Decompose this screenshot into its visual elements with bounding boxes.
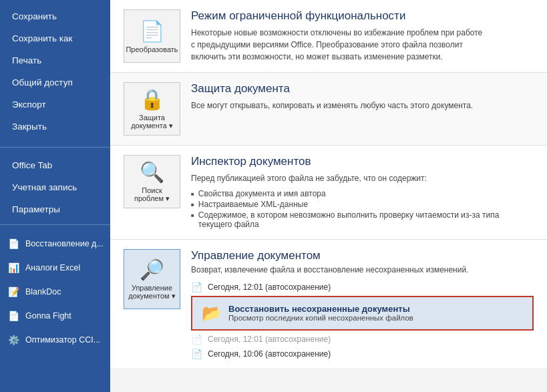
inspector-list-item-1: Свойства документа и имя автора	[191, 188, 534, 199]
recovery-icon: 📄	[7, 237, 20, 250]
inspector-text: Инспектор документов Перед публикацией э…	[191, 155, 534, 230]
optimizer-icon: ⚙️	[7, 333, 20, 347]
protect-button[interactable]: 🔒 Защита документа ▾	[124, 82, 180, 136]
sidebar-item-gonna-fight[interactable]: 📄 Gonna Fight	[0, 304, 110, 328]
manage-file-1[interactable]: 📄 Сегодня, 12:01 (автосохранение)	[191, 280, 534, 295]
sidebar-top-menu: Сохранить Сохранить как Печать Общий дос…	[0, 0, 110, 143]
sidebar-item-share[interactable]: Общий доступ	[0, 71, 110, 93]
sidebar-item-save[interactable]: Сохранить	[0, 5, 110, 27]
restore-popup-icon: 📂	[202, 304, 222, 323]
file-time-2: Сегодня, 12:01 (автосохранение)	[208, 335, 331, 344]
inspector-section: 🔍 Поиск проблем ▾ Инспектор документов П…	[110, 146, 547, 240]
manage-file-3[interactable]: 📄 Сегодня, 10:06 (автосохранение)	[191, 347, 534, 361]
file-time-1: Сегодня, 12:01 (автосохранение)	[208, 282, 331, 292]
manage-icon: 🔎	[140, 258, 164, 281]
inspector-title: Инспектор документов	[191, 155, 534, 168]
inspector-list-item-2: Настраиваемые XML-данные	[191, 199, 534, 210]
protection-title: Защита документа	[191, 82, 534, 95]
sidebar-addins-menu: 📄 Восстановление д... 📊 Аналоги Excel 📝 …	[0, 232, 110, 352]
protection-section: 🔒 Защита документа ▾ Защита документа Вс…	[110, 73, 547, 146]
sidebar-item-office-tab[interactable]: Office Tab	[0, 154, 110, 176]
manage-title: Управление документом	[191, 249, 534, 262]
restore-popup-text: Восстановить несохраненные документы Про…	[228, 304, 413, 322]
sidebar-mid-menu: Office Tab Учетная запись Параметры	[0, 154, 110, 220]
protection-text: Защита документа Все могут открывать, ко…	[191, 82, 534, 112]
sidebar-item-save-as[interactable]: Сохранить как	[0, 27, 110, 49]
word-convert-icon: 📄	[140, 19, 164, 43]
inspector-button[interactable]: 🔍 Поиск проблем ▾	[124, 155, 180, 208]
excel-analogs-icon: 📊	[7, 261, 20, 274]
convert-button[interactable]: 📄 Преобразовать	[124, 9, 180, 63]
manage-files: Управление документом Возврат, извлечени…	[191, 249, 534, 368]
inspector-icon: 🔍	[140, 160, 164, 184]
main-content: 📄 Преобразовать Режим ограниченной функц…	[110, 0, 547, 392]
blankdoc-icon: 📝	[7, 285, 20, 299]
inspector-list: Свойства документа и имя автора Настраив…	[191, 188, 534, 230]
sidebar-item-print[interactable]: Печать	[0, 49, 110, 71]
sidebar-item-blankdoc[interactable]: 📝 BlankDoc	[0, 280, 110, 304]
sidebar-item-recovery[interactable]: 📄 Восстановление д...	[0, 232, 110, 256]
restore-popup-sub: Просмотр последних копий несохраненных ф…	[228, 314, 413, 322]
restore-popup-title: Восстановить несохраненные документы	[228, 304, 413, 314]
sidebar-item-optimizer[interactable]: ⚙️ Оптимизатор CCI...	[0, 328, 110, 352]
file-time-3: Сегодня, 10:06 (автосохранение)	[208, 349, 331, 359]
gonna-fight-icon: 📄	[7, 309, 20, 323]
sidebar: Сохранить Сохранить как Печать Общий дос…	[0, 0, 110, 392]
manage-button[interactable]: 🔎 Управление документом ▾	[124, 249, 180, 309]
manage-section: 🔎 Управление документом ▾ Управление док…	[110, 240, 547, 368]
protection-desc: Все могут открывать, копировать и изменя…	[191, 100, 485, 112]
file-icon-1: 📄	[191, 282, 202, 292]
file-icon-3: 📄	[191, 349, 202, 359]
limited-text: Режим ограниченной функциональности Неко…	[191, 9, 534, 63]
limited-section: 📄 Преобразовать Режим ограниченной функц…	[110, 0, 547, 73]
inspector-list-item-3: Содержимое, в котором невозможно выполни…	[191, 210, 534, 230]
sidebar-item-export[interactable]: Экспорт	[0, 93, 110, 116]
restore-unsaved-popup[interactable]: 📂 Восстановить несохраненные документы П…	[191, 296, 534, 331]
inspector-desc: Перед публикацией этого файла не забудьт…	[191, 172, 485, 184]
sidebar-item-excel-analogs[interactable]: 📊 Аналоги Excel	[0, 256, 110, 280]
file-icon-2: 📄	[191, 334, 202, 345]
sidebar-divider-1	[0, 147, 110, 148]
manage-desc: Возврат, извлечение файла и восстановлен…	[191, 265, 534, 274]
limited-desc: Некоторые новые возможности отключены во…	[191, 27, 485, 63]
lock-icon: 🔒	[140, 87, 164, 111]
manage-file-2[interactable]: 📄 Сегодня, 12:01 (автосохранение)	[191, 332, 534, 347]
sidebar-divider-2	[0, 224, 110, 225]
sidebar-item-account[interactable]: Учетная запись	[0, 176, 110, 198]
sidebar-item-close[interactable]: Закрыть	[0, 116, 110, 138]
sidebar-item-options[interactable]: Параметры	[0, 198, 110, 220]
limited-title: Режим ограниченной функциональности	[191, 9, 534, 23]
